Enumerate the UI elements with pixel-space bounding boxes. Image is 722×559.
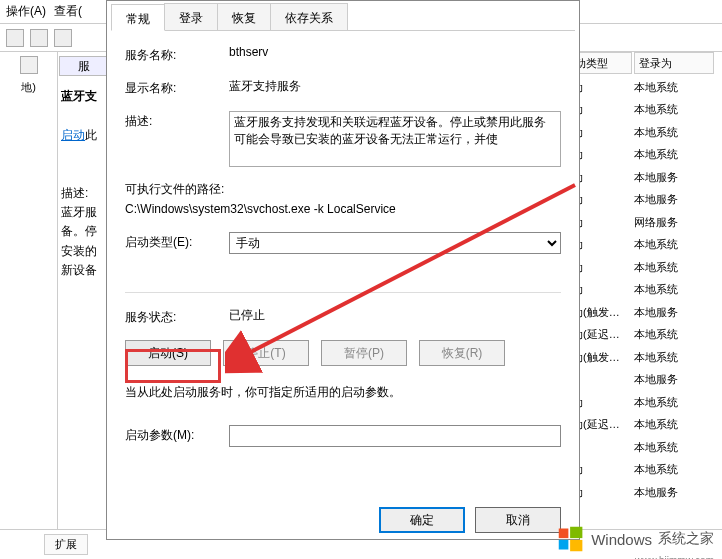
value-service-status: 已停止 bbox=[229, 307, 561, 324]
table-row[interactable]: 动本地系统 bbox=[570, 144, 722, 167]
cell-logon: 本地系统 bbox=[632, 237, 712, 252]
toolbar-icon[interactable] bbox=[30, 29, 48, 47]
table-row[interactable]: 动本地服务 bbox=[570, 481, 722, 504]
cell-logon: 本地系统 bbox=[632, 462, 712, 477]
watermark: Windows 系统之家 www.bjjmmw.com bbox=[557, 525, 714, 553]
cell-logon: 本地系统 bbox=[632, 102, 712, 117]
table-row[interactable]: 动(延迟…本地系统 bbox=[570, 414, 722, 437]
windows-logo-icon bbox=[557, 525, 585, 553]
start-params-hint: 当从此处启动服务时，你可指定所适用的启动参数。 bbox=[125, 384, 561, 401]
svg-rect-1 bbox=[559, 529, 569, 539]
cell-logon: 本地系统 bbox=[632, 327, 712, 342]
label-description: 描述: bbox=[125, 111, 229, 130]
menu-action[interactable]: 操作(A) bbox=[6, 3, 46, 20]
resume-button: 恢复(R) bbox=[419, 340, 505, 366]
label-startup-type: 启动类型(E): bbox=[125, 232, 229, 251]
cell-logon: 网络服务 bbox=[632, 215, 712, 230]
value-exe-path: C:\Windows\system32\svchost.exe -k Local… bbox=[125, 202, 561, 216]
cell-logon: 本地服务 bbox=[632, 305, 712, 320]
svg-rect-4 bbox=[570, 540, 582, 551]
table-row[interactable]: 动(触发…本地服务 bbox=[570, 301, 722, 324]
link-suffix: 此 bbox=[85, 128, 97, 142]
watermark-brand1: Windows bbox=[591, 531, 652, 548]
cell-logon: 本地系统 bbox=[632, 125, 712, 140]
label-display-name: 显示名称: bbox=[125, 78, 229, 97]
tab-recovery[interactable]: 恢复 bbox=[217, 3, 271, 30]
toolbar-icon[interactable] bbox=[54, 29, 72, 47]
table-row[interactable]: 动本地服务 bbox=[570, 166, 722, 189]
table-row[interactable]: 动本地系统 bbox=[570, 99, 722, 122]
tab-dependency[interactable]: 依存关系 bbox=[270, 3, 348, 30]
cell-logon: 本地系统 bbox=[632, 350, 712, 365]
table-row[interactable]: 动本地系统 bbox=[570, 459, 722, 482]
cell-logon: 本地服务 bbox=[632, 192, 712, 207]
cell-logon: 本地服务 bbox=[632, 372, 712, 387]
table-row[interactable]: 动(触发…本地系统 bbox=[570, 346, 722, 369]
toolbar-icon[interactable] bbox=[6, 29, 24, 47]
services-header: 服 bbox=[59, 56, 108, 76]
svg-rect-3 bbox=[559, 540, 569, 550]
cell-logon: 本地系统 bbox=[632, 260, 712, 275]
cell-logon: 本地系统 bbox=[632, 147, 712, 162]
table-row[interactable]: 动本地服务 bbox=[570, 189, 722, 212]
table-row[interactable]: 动本地系统 bbox=[570, 234, 722, 257]
cell-logon: 本地系统 bbox=[632, 395, 712, 410]
cell-logon: 本地系统 bbox=[632, 440, 712, 455]
value-service-name: bthserv bbox=[229, 45, 561, 59]
cell-logon: 本地系统 bbox=[632, 282, 712, 297]
tab-strip: 常规 登录 恢复 依存关系 bbox=[111, 3, 575, 31]
label-service-name: 服务名称: bbox=[125, 45, 229, 64]
menu-view[interactable]: 查看( bbox=[54, 3, 82, 20]
tab-logon[interactable]: 登录 bbox=[164, 3, 218, 30]
tab-general[interactable]: 常规 bbox=[111, 4, 165, 31]
watermark-url: www.bjjmmw.com bbox=[635, 555, 714, 559]
table-row[interactable]: 动本地系统 bbox=[570, 121, 722, 144]
table-row[interactable]: 动网络服务 bbox=[570, 211, 722, 234]
label-start-params: 启动参数(M): bbox=[125, 425, 229, 444]
pause-button: 暂停(P) bbox=[321, 340, 407, 366]
start-params-input[interactable] bbox=[229, 425, 561, 447]
startup-type-select[interactable]: 手动 bbox=[229, 232, 561, 254]
table-row[interactable]: 动(延迟…本地系统 bbox=[570, 324, 722, 347]
cancel-button[interactable]: 取消 bbox=[475, 507, 561, 533]
table-row[interactable]: 本地服务 bbox=[570, 369, 722, 392]
service-desc-preview: 描述: 蓝牙服 备。停 安装的 新设备 bbox=[58, 184, 109, 280]
svg-rect-2 bbox=[570, 527, 582, 538]
tree-panel: 地) bbox=[0, 52, 58, 529]
value-display-name: 蓝牙支持服务 bbox=[229, 78, 561, 95]
label-service-status: 服务状态: bbox=[125, 307, 229, 326]
stop-button: 停止(T) bbox=[223, 340, 309, 366]
label-exe-path: 可执行文件的路径: bbox=[125, 181, 561, 198]
table-row[interactable]: 动本地系统 bbox=[570, 391, 722, 414]
table-row[interactable]: 本地系统 bbox=[570, 436, 722, 459]
description-textarea[interactable]: 蓝牙服务支持发现和关联远程蓝牙设备。停止或禁用此服务可能会导致已安装的蓝牙设备无… bbox=[229, 111, 561, 167]
start-button[interactable]: 启动(S) bbox=[125, 340, 211, 366]
cell-logon: 本地系统 bbox=[632, 80, 712, 95]
service-properties-dialog: 常规 登录 恢复 依存关系 服务名称: bthserv 显示名称: 蓝牙支持服务… bbox=[106, 0, 580, 540]
cell-logon: 本地服务 bbox=[632, 485, 712, 500]
extension-tab[interactable]: 扩展 bbox=[44, 534, 88, 555]
table-row[interactable]: 动本地系统 bbox=[570, 256, 722, 279]
ok-button[interactable]: 确定 bbox=[379, 507, 465, 533]
start-link[interactable]: 启动 bbox=[61, 128, 85, 142]
table-row[interactable]: 动本地系统 bbox=[570, 279, 722, 302]
column-logon-as[interactable]: 登录为 bbox=[634, 52, 714, 74]
cell-logon: 本地系统 bbox=[632, 417, 712, 432]
service-title: 蓝牙支 bbox=[58, 84, 109, 109]
table-row[interactable]: 动本地系统 bbox=[570, 76, 722, 99]
watermark-brand2: 系统之家 bbox=[658, 530, 714, 548]
cell-logon: 本地服务 bbox=[632, 170, 712, 185]
tree-label: 地) bbox=[21, 80, 36, 95]
service-list-preview: 服 蓝牙支 启动此 描述: 蓝牙服 备。停 安装的 新设备 bbox=[58, 52, 110, 529]
tree-icon[interactable] bbox=[20, 56, 38, 74]
